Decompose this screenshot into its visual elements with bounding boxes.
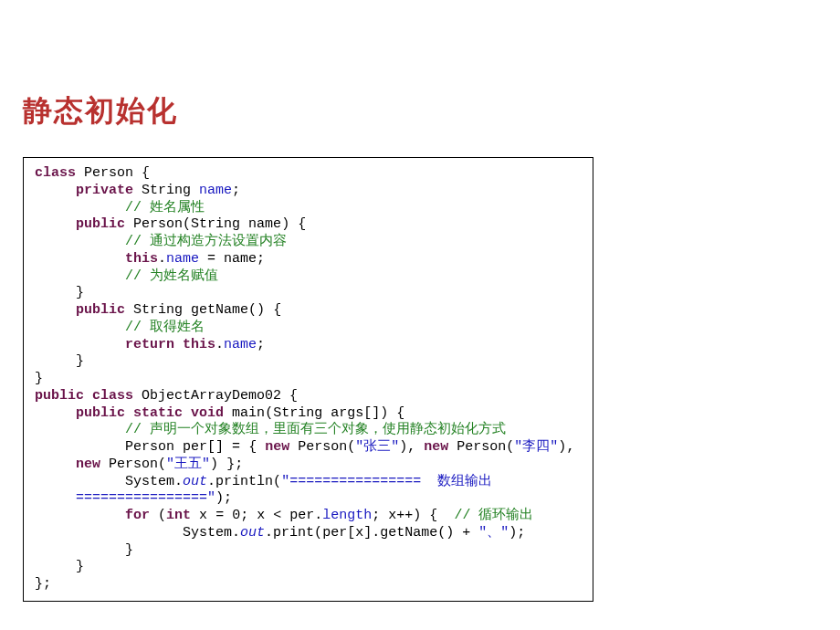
id-name-rhs: name <box>224 251 257 267</box>
id-name-param: name <box>248 216 281 232</box>
comma: , <box>566 439 574 455</box>
id-out: out <box>183 474 207 489</box>
lparen: ( <box>437 525 446 541</box>
id-x: x <box>257 508 265 523</box>
rparen: ) <box>380 405 388 421</box>
str-sep: "、" <box>478 525 509 541</box>
comma: , <box>407 439 415 455</box>
id-objarr: ObjectArrayDemo02 <box>142 388 281 404</box>
kw-void: void <box>191 405 224 421</box>
rparen: ) <box>281 216 289 232</box>
zero: 0 <box>232 508 240 523</box>
str-output-tail: ================" <box>76 490 215 506</box>
id-person-ctor: Person <box>133 216 183 232</box>
id-person: Person <box>109 457 158 472</box>
lparen: ( <box>158 508 166 523</box>
kw-new: new <box>424 439 448 455</box>
id-out: out <box>240 525 265 541</box>
lbracket: [ <box>347 525 355 541</box>
brace: } <box>76 285 84 300</box>
kw-new: new <box>76 457 100 472</box>
id-string: String <box>142 183 191 198</box>
lparen: ( <box>506 439 514 455</box>
brace: } <box>35 576 43 592</box>
kw-public: public <box>76 302 125 318</box>
inc: ++ <box>396 508 413 523</box>
id-getname: getName <box>191 302 248 318</box>
id-x: x <box>199 508 207 523</box>
kw-class: class <box>92 388 133 404</box>
comment-ctor: // 通过构造方法设置内容 <box>125 234 287 249</box>
rparen: ) <box>399 439 407 455</box>
id-system: System <box>183 525 232 541</box>
id-system: System <box>125 474 174 489</box>
kw-class: class <box>35 165 76 181</box>
brace: } <box>35 371 43 386</box>
dot: . <box>232 525 240 541</box>
id-person: Person <box>457 439 506 455</box>
kw-int: int <box>166 508 191 523</box>
id-x: x <box>388 508 396 523</box>
dot: . <box>215 337 224 352</box>
brace: } <box>76 559 84 574</box>
id-per: per <box>322 525 347 541</box>
comment-decl: // 声明一个对象数组，里面有三个对象，使用静态初始化方式 <box>125 422 506 437</box>
semi: ; <box>235 457 243 472</box>
rbracket: ] <box>363 525 372 541</box>
dot: . <box>265 525 273 541</box>
id-string: String <box>133 302 183 318</box>
lbracket: [ <box>363 405 372 421</box>
id-person: Person <box>84 165 133 181</box>
kw-static: static <box>133 405 183 421</box>
rbracket: ] <box>215 439 224 455</box>
str-lisi: "李四" <box>514 439 558 455</box>
kw-for: for <box>125 508 150 523</box>
brace: { <box>142 165 150 181</box>
brace: } <box>125 542 133 558</box>
semi: ; <box>224 490 232 506</box>
id-person: Person <box>125 439 174 455</box>
lbracket: [ <box>207 439 215 455</box>
dot: . <box>174 474 183 489</box>
kw-public: public <box>76 216 125 232</box>
brace: { <box>248 439 257 455</box>
rparen: ) <box>446 525 454 541</box>
id-main: main <box>232 405 265 421</box>
brace: { <box>396 405 404 421</box>
semi: ; <box>240 508 248 523</box>
str-wangwu: "王五" <box>166 457 210 472</box>
lparen: ( <box>314 525 322 541</box>
brace: } <box>226 457 235 472</box>
semi: ; <box>232 183 240 198</box>
semi: ; <box>257 337 265 352</box>
brace: } <box>76 353 84 369</box>
rparen: ) <box>257 302 265 318</box>
semi: ; <box>372 508 380 523</box>
lparen: ( <box>248 302 257 318</box>
brace: { <box>429 508 437 523</box>
id-person: Person <box>298 439 347 455</box>
id-string: String <box>273 405 322 421</box>
id-name: name <box>199 183 232 198</box>
comment-loop: // 循环输出 <box>454 508 533 523</box>
kw-this: this <box>183 337 215 352</box>
lparen: ( <box>347 439 355 455</box>
kw-this: this <box>125 251 158 267</box>
dot: . <box>314 508 322 523</box>
id-args: args <box>331 405 363 421</box>
page-title: 静态初始化 <box>23 91 817 131</box>
semi: ; <box>257 251 265 267</box>
rparen: ) <box>215 490 224 506</box>
id-println: println <box>215 474 273 489</box>
eq: = <box>224 439 248 455</box>
id-per: per <box>183 439 207 455</box>
lparen: ( <box>183 216 191 232</box>
fld-length: length <box>322 508 372 523</box>
id-getname: getName <box>380 525 437 541</box>
code-content: class Person { private String name; // 姓… <box>35 165 582 593</box>
dot: . <box>207 474 215 489</box>
id-x: x <box>355 525 363 541</box>
str-zhangsan: "张三" <box>355 439 399 455</box>
brace: { <box>298 216 306 232</box>
comment-name-attr: // 姓名属性 <box>125 200 205 215</box>
